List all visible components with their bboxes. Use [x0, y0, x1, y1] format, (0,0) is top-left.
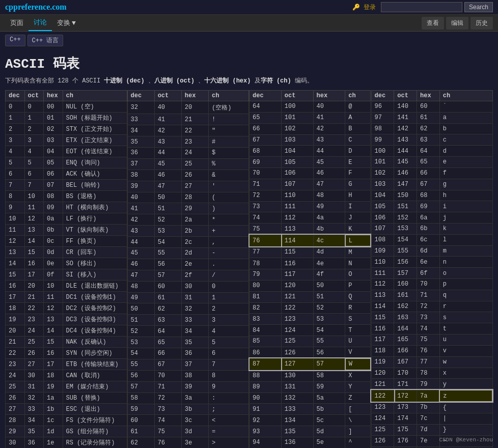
cell-51-dec: 51 — [127, 315, 154, 326]
cell-126-oct: 176 — [394, 435, 417, 446]
cell-82-ch: R — [345, 302, 371, 314]
ascii-section-0: decocthexch0000NUL (空)1101SOH (标题开始)2202… — [5, 90, 127, 448]
cell-53-dec: 53 — [127, 337, 154, 348]
cell-82-dec: 82 — [250, 302, 282, 314]
col-header-dec: dec — [6, 91, 25, 101]
cell-27-dec: 27 — [6, 404, 25, 415]
cell-18-ch: DC2 (设备控制2) — [63, 303, 127, 314]
table-row: 941365e^ — [250, 437, 371, 448]
table-row: 8612656V — [250, 347, 371, 358]
cell-14-hex: 0e — [44, 258, 63, 269]
cell-77-dec: 77 — [250, 246, 282, 258]
cell-97-oct: 141 — [394, 112, 417, 123]
navbar: 页面 讨论 变换 ▼ 查看 编辑 历史 — [0, 15, 498, 32]
table-row: 9714161a — [371, 112, 492, 123]
cell-38-dec: 38 — [127, 170, 154, 181]
nav-item-discuss[interactable]: 讨论 — [29, 15, 52, 31]
table-row: 202414DC4 (设备控制4) — [6, 325, 127, 337]
table-row: 44542c, — [127, 237, 249, 248]
cell-25-hex: 19 — [44, 381, 63, 393]
table-row: 59733b; — [127, 404, 249, 415]
cell-101-hex: 65 — [417, 157, 440, 168]
cell-85-ch: U — [345, 336, 371, 347]
cell-22-hex: 16 — [44, 348, 63, 359]
table-row: 5771399 — [127, 381, 249, 393]
col-header-ch: ch — [439, 91, 492, 101]
cell-48-ch: 0 — [209, 281, 249, 292]
history-button[interactable]: 历史 — [471, 17, 493, 30]
nav-item-page[interactable]: 页面 — [5, 15, 29, 31]
cell-67-hex: 43 — [313, 134, 345, 146]
cell-106-dec: 106 — [371, 212, 394, 223]
cell-65-ch: A — [345, 112, 371, 123]
table-row: 222616SYN (同步空闲) — [6, 348, 127, 359]
cell-46-hex: 2e — [181, 259, 208, 270]
table-row: 91109HT (横向制表) — [6, 202, 127, 213]
search-button[interactable]: Search — [464, 2, 493, 12]
cell-45-ch: - — [209, 248, 249, 259]
chevron-down-icon: ▼ — [72, 19, 76, 27]
table-row: 8512555U — [250, 336, 371, 347]
cell-72-hex: 48 — [313, 190, 345, 201]
cell-20-oct: 24 — [24, 325, 44, 337]
cell-124-ch: | — [439, 413, 492, 425]
table-row: 374525% — [127, 158, 249, 170]
table-row: 5505ENQ (询问) — [6, 157, 127, 169]
cell-86-hex: 56 — [313, 347, 345, 358]
cell-3-oct: 3 — [24, 135, 44, 146]
cell-121-hex: 79 — [417, 379, 440, 390]
cell-120-hex: 78 — [417, 368, 440, 379]
cell-37-hex: 25 — [181, 158, 208, 170]
cell-54-dec: 54 — [127, 348, 154, 359]
cell-66-ch: B — [345, 123, 371, 134]
login-link[interactable]: 🔑 登录 — [352, 3, 376, 12]
cell-118-ch: v — [439, 345, 492, 356]
cell-114-dec: 114 — [371, 301, 394, 312]
cell-87-oct: 127 — [281, 358, 313, 370]
edit-button[interactable]: 编辑 — [446, 17, 468, 30]
table-row: 344222" — [127, 125, 249, 136]
cell-27-hex: 1b — [44, 404, 63, 415]
cell-91-oct: 133 — [281, 404, 313, 415]
ascii-section-2: decocthexch6410040@6510141A6610242B67103… — [249, 90, 371, 448]
nav-item-transform[interactable]: 变换 ▼ — [52, 15, 81, 31]
cell-88-hex: 58 — [313, 370, 345, 381]
cell-64-hex: 40 — [313, 101, 345, 113]
cell-33-ch: ! — [209, 114, 249, 125]
cell-111-hex: 6f — [417, 268, 440, 279]
cell-6-ch: ACK (确认) — [63, 169, 127, 180]
table-row: 5163333 — [127, 315, 249, 326]
cell-85-hex: 55 — [313, 336, 345, 347]
cell-108-ch: l — [439, 234, 492, 245]
cell-80-ch: P — [345, 280, 371, 291]
cell-8-hex: 08 — [44, 191, 63, 202]
cell-78-hex: 4e — [313, 258, 345, 269]
breadcrumb-cpp[interactable]: C++ — [5, 35, 25, 46]
cell-75-hex: 4b — [313, 223, 345, 235]
cell-9-oct: 11 — [24, 202, 44, 213]
cell-33-dec: 33 — [127, 114, 154, 125]
cell-97-dec: 97 — [371, 112, 394, 123]
view-button[interactable]: 查看 — [422, 17, 444, 30]
table-row: 27331bESC (退出) — [6, 404, 127, 415]
cell-77-hex: 4d — [313, 246, 345, 258]
breadcrumb-cpp-lang[interactable]: C++ 语言 — [27, 35, 64, 46]
cell-61-ch: = — [209, 426, 249, 437]
table-row: 47572f/ — [127, 270, 249, 281]
cell-59-hex: 3b — [181, 404, 208, 415]
cell-76-oct: 114 — [281, 235, 313, 246]
cell-65-oct: 101 — [281, 112, 313, 123]
cell-0-dec: 0 — [6, 101, 25, 113]
ascii-section-3: decocthexch9614060`9714161a9814262b99143… — [371, 90, 493, 448]
cell-84-oct: 124 — [281, 325, 313, 336]
table-row: 182212DC2 (设备控制2) — [6, 303, 127, 314]
site-title[interactable]: cppreference.com — [5, 3, 67, 12]
cell-34-hex: 22 — [181, 125, 208, 136]
cell-119-dec: 119 — [371, 356, 394, 368]
cell-76-dec: 76 — [250, 235, 282, 246]
cell-45-hex: 2d — [181, 248, 208, 259]
search-input[interactable] — [381, 2, 462, 12]
cell-85-dec: 85 — [250, 336, 282, 347]
nav-right: 查看 编辑 历史 — [422, 17, 493, 30]
cell-43-hex: 2b — [181, 226, 208, 237]
